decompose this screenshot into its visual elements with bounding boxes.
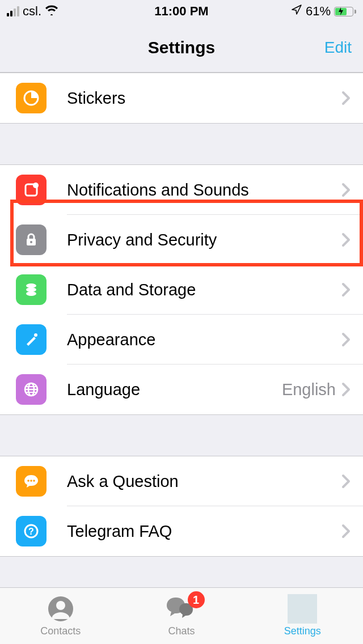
section-general: Notifications and Sounds Privacy and Sec… xyxy=(0,164,363,415)
tab-settings-label: Settings xyxy=(284,625,321,637)
svg-point-4 xyxy=(30,241,32,243)
svg-point-2 xyxy=(33,183,39,188)
svg-point-8 xyxy=(34,333,37,337)
row-data-label: Data and Storage xyxy=(67,281,341,299)
row-privacy-label: Privacy and Security xyxy=(67,231,341,249)
chevron-right-icon xyxy=(341,282,351,297)
section-help: Ask a Question ? Telegram FAQ xyxy=(0,456,363,557)
row-appearance-label: Appearance xyxy=(67,331,341,349)
chevron-right-icon xyxy=(341,524,351,539)
row-notifications[interactable]: Notifications and Sounds xyxy=(0,165,363,215)
chevron-right-icon xyxy=(341,183,351,197)
svg-point-14 xyxy=(27,480,29,482)
status-time: 11:00 PM xyxy=(0,4,363,19)
nav-header: Settings Edit xyxy=(0,23,363,73)
row-stickers-label: Stickers xyxy=(67,89,341,108)
row-ask[interactable]: Ask a Question xyxy=(0,456,363,506)
svg-point-20 xyxy=(56,601,65,610)
row-stickers[interactable]: Stickers xyxy=(0,73,363,123)
row-data[interactable]: Data and Storage xyxy=(0,265,363,315)
stickers-icon xyxy=(16,83,47,113)
row-appearance[interactable]: Appearance xyxy=(0,315,363,365)
chevron-right-icon xyxy=(341,474,351,489)
svg-point-6 xyxy=(26,287,36,292)
svg-point-16 xyxy=(33,480,35,482)
tab-chats-label: Chats xyxy=(168,625,195,637)
section-stickers: Stickers xyxy=(0,73,363,124)
row-faq[interactable]: ? Telegram FAQ xyxy=(0,506,363,556)
tab-settings[interactable]: Settings xyxy=(242,588,363,644)
edit-button[interactable]: Edit xyxy=(324,39,352,57)
tab-contacts[interactable]: Contacts xyxy=(0,588,121,644)
chevron-right-icon xyxy=(341,332,351,347)
row-language-label: Language xyxy=(67,380,282,399)
tab-bar: Contacts Chats 1 Settings xyxy=(0,587,363,644)
row-faq-label: Telegram FAQ xyxy=(67,522,341,541)
status-bar: csl. 11:00 PM 61% xyxy=(0,0,363,23)
chevron-right-icon xyxy=(341,91,351,105)
database-icon xyxy=(16,274,47,305)
row-privacy[interactable]: Privacy and Security xyxy=(0,215,363,265)
row-ask-label: Ask a Question xyxy=(67,472,341,491)
settings-icon xyxy=(288,595,317,623)
brush-icon xyxy=(16,324,47,355)
globe-icon xyxy=(16,374,47,405)
row-language[interactable]: Language English xyxy=(0,365,363,414)
svg-point-5 xyxy=(26,283,36,288)
row-notifications-label: Notifications and Sounds xyxy=(67,181,341,200)
battery-icon xyxy=(334,7,356,16)
page-title: Settings xyxy=(148,38,215,57)
contacts-icon xyxy=(47,595,74,623)
tab-contacts-label: Contacts xyxy=(40,625,81,637)
svg-text:?: ? xyxy=(28,527,34,536)
lock-icon xyxy=(16,224,47,255)
chat-icon xyxy=(16,466,47,497)
svg-point-7 xyxy=(26,291,36,296)
chevron-right-icon xyxy=(341,232,351,247)
chevron-right-icon xyxy=(341,382,351,397)
row-language-value: English xyxy=(282,380,336,399)
help-icon: ? xyxy=(16,516,47,546)
bell-icon xyxy=(16,175,47,205)
svg-point-15 xyxy=(30,480,32,482)
tab-chats[interactable]: Chats 1 xyxy=(121,588,242,644)
chats-badge: 1 xyxy=(188,591,205,608)
